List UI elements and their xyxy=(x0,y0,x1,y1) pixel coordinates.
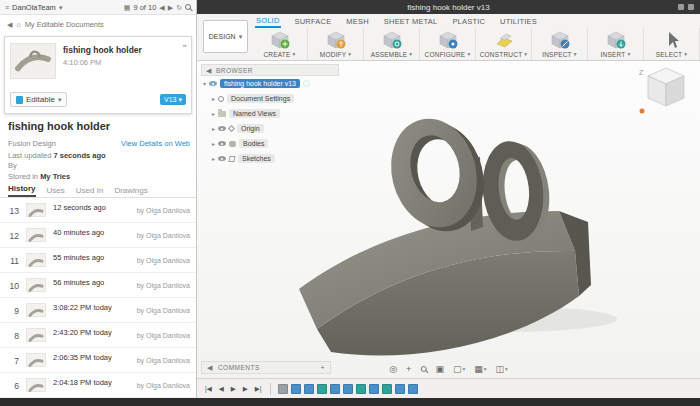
fit-view-icon[interactable]: ▣ xyxy=(435,364,444,374)
tab-history[interactable]: History xyxy=(8,184,36,197)
view-cube[interactable]: Z xyxy=(636,64,694,118)
expanded-icon[interactable]: ▾ xyxy=(203,80,206,87)
tab-used-in[interactable]: Used In xyxy=(76,186,104,197)
modify-tool-icon[interactable] xyxy=(325,30,347,50)
timeline-step-back-button[interactable]: ◀ xyxy=(217,385,226,393)
home-icon[interactable]: ⌂ xyxy=(16,21,20,28)
assemble-tool-icon[interactable] xyxy=(381,30,403,50)
timeline-step-forward-button[interactable]: ▶ xyxy=(241,385,250,393)
next-page-icon[interactable]: ▶ xyxy=(168,4,173,11)
refresh-icon[interactable]: ↻ xyxy=(176,4,182,11)
timeline-feature-icon[interactable] xyxy=(304,384,314,394)
version-row[interactable]: 8 2:43:20 PM today by Olga Danilova xyxy=(0,323,196,348)
create-menu[interactable]: CREATE ▾ xyxy=(263,51,295,58)
construct-tool-icon[interactable] xyxy=(493,30,515,50)
tab-uses[interactable]: Uses xyxy=(47,186,65,197)
tab-sheet-metal[interactable]: SHEET METAL xyxy=(383,15,439,27)
insert-menu[interactable]: INSERT ▾ xyxy=(601,51,631,58)
tab-surface[interactable]: SURFACE xyxy=(294,15,333,27)
zoom-icon[interactable] xyxy=(420,366,426,372)
timeline-feature-icon[interactable] xyxy=(382,384,392,394)
expand-icon[interactable]: ▸ xyxy=(212,140,215,147)
stored-in-value[interactable]: My Tries xyxy=(40,172,70,181)
menu-icon[interactable]: ≡ xyxy=(5,4,9,11)
timeline-feature-icon[interactable] xyxy=(330,384,340,394)
browser-root-node[interactable]: fishing hook holder v13 xyxy=(220,79,300,88)
browser-item-bodies[interactable]: ▸ Bodies xyxy=(201,136,339,151)
version-row[interactable]: 9 3:08:22 PM today by Olga Danilova xyxy=(0,298,196,323)
prev-page-icon[interactable]: ◀ xyxy=(159,4,164,11)
select-tool-icon[interactable] xyxy=(661,30,683,50)
expand-icon[interactable]: ▸ xyxy=(212,110,215,117)
add-comment-icon[interactable]: + xyxy=(320,364,325,371)
node-label[interactable]: Sketches xyxy=(238,154,275,163)
expand-icon[interactable]: ▸ xyxy=(212,155,215,162)
collapse-panel-icon[interactable]: ◀ xyxy=(207,364,213,371)
timeline-feature-icon[interactable] xyxy=(395,384,405,394)
timeline-feature-sketch-icon[interactable] xyxy=(278,384,288,394)
tab-solid[interactable]: SOLID xyxy=(255,14,281,28)
browser-root-row[interactable]: ▾ fishing hook holder v13 i xyxy=(201,76,339,91)
node-label[interactable]: Bodies xyxy=(239,139,268,148)
configure-menu[interactable]: CONFIGURE ▾ xyxy=(425,51,471,58)
timeline-feature-icon[interactable] xyxy=(291,384,301,394)
version-row[interactable]: 6 2:04:18 PM today by Olga Danilova xyxy=(0,373,196,398)
timeline-feature-icon[interactable] xyxy=(408,384,418,394)
eye-icon[interactable] xyxy=(218,126,226,131)
browser-item-named-views[interactable]: ▸ Named Views xyxy=(201,106,339,121)
eye-icon[interactable] xyxy=(218,156,226,161)
inspect-menu[interactable]: INSPECT ▾ xyxy=(542,51,577,58)
workspace-selector[interactable]: DESIGN ▾ xyxy=(203,20,248,53)
node-label[interactable]: Origin xyxy=(237,124,264,133)
modify-menu[interactable]: MODIFY ▾ xyxy=(320,51,351,58)
tab-mesh[interactable]: MESH xyxy=(345,15,369,27)
back-arrow-icon[interactable]: ◀ xyxy=(7,21,12,28)
timeline-feature-icon[interactable] xyxy=(317,384,327,394)
browser-item-sketches[interactable]: ▸ Sketches xyxy=(201,151,339,166)
construct-menu[interactable]: CONSTRUCT ▾ xyxy=(480,51,528,58)
insert-tool-icon[interactable] xyxy=(605,30,627,50)
browser-item-document-settings[interactable]: ▸ Document Settings xyxy=(201,91,339,106)
editable-status-button[interactable]: Editable ▾ xyxy=(10,92,67,107)
eye-icon[interactable] xyxy=(209,81,217,86)
collapse-panel-icon[interactable]: ◀ xyxy=(206,67,212,74)
assemble-menu[interactable]: ASSEMBLE ▾ xyxy=(371,51,413,58)
timeline-feature-icon[interactable] xyxy=(356,384,366,394)
inspect-tool-icon[interactable] xyxy=(549,30,571,50)
node-label[interactable]: Document Settings xyxy=(227,94,294,103)
browser-item-origin[interactable]: ▸ Origin xyxy=(201,121,339,136)
eye-icon[interactable] xyxy=(218,141,226,146)
view-details-link[interactable]: View Details on Web xyxy=(121,139,190,148)
document-tab-title[interactable]: fishing hook holder v13 xyxy=(407,3,489,12)
breadcrumb-label[interactable]: My Editable Documents xyxy=(25,20,104,29)
version-row[interactable]: 11 55 minutes ago by Olga Danilova xyxy=(0,248,196,273)
user-account-icon[interactable] xyxy=(688,4,694,10)
timeline-feature-icon[interactable] xyxy=(343,384,353,394)
create-tool-icon[interactable] xyxy=(269,30,291,50)
timeline-feature-icon[interactable] xyxy=(369,384,379,394)
display-settings-icon[interactable]: ▢▾ xyxy=(453,364,465,374)
info-icon[interactable]: i xyxy=(303,80,310,87)
version-row[interactable]: 7 2:06:35 PM today by Olga Danilova xyxy=(0,348,196,373)
timeline-skip-end-button[interactable]: ▶| xyxy=(253,385,264,393)
viewports-icon[interactable]: ◫▾ xyxy=(495,364,507,374)
version-row[interactable]: 12 40 minutes ago by Olga Danilova xyxy=(0,223,196,248)
tab-utilities[interactable]: UTILITIES xyxy=(499,15,538,27)
job-status-icon[interactable] xyxy=(678,4,684,10)
document-card[interactable]: fishing hook holder 4:10:06 PM ●● Editab… xyxy=(4,36,192,114)
tab-drawings[interactable]: Drawings xyxy=(114,186,147,197)
grid-view-icon[interactable]: ▦ xyxy=(124,4,131,11)
search-icon[interactable] xyxy=(185,4,191,10)
timeline-skip-start-button[interactable]: |◀ xyxy=(203,385,214,393)
viewport-canvas[interactable]: ◀ BROWSER ▾ fishing hook holder v13 i ▸ … xyxy=(197,61,700,378)
comments-panel[interactable]: ◀ COMMENTS + xyxy=(201,361,331,374)
timeline-play-button[interactable]: ▶ xyxy=(229,385,238,393)
pan-icon[interactable]: + xyxy=(406,364,411,374)
version-row[interactable]: 13 12 seconds ago by Olga Danilova xyxy=(0,198,196,223)
expand-icon[interactable]: ▸ xyxy=(212,125,215,132)
node-label[interactable]: Named Views xyxy=(229,109,280,118)
configure-tool-icon[interactable] xyxy=(437,30,459,50)
version-row[interactable]: 10 56 minutes ago by Olga Danilova xyxy=(0,273,196,298)
team-selector[interactable]: DanOlaTeam xyxy=(12,3,56,12)
orbit-icon[interactable]: ◎ xyxy=(389,364,397,374)
